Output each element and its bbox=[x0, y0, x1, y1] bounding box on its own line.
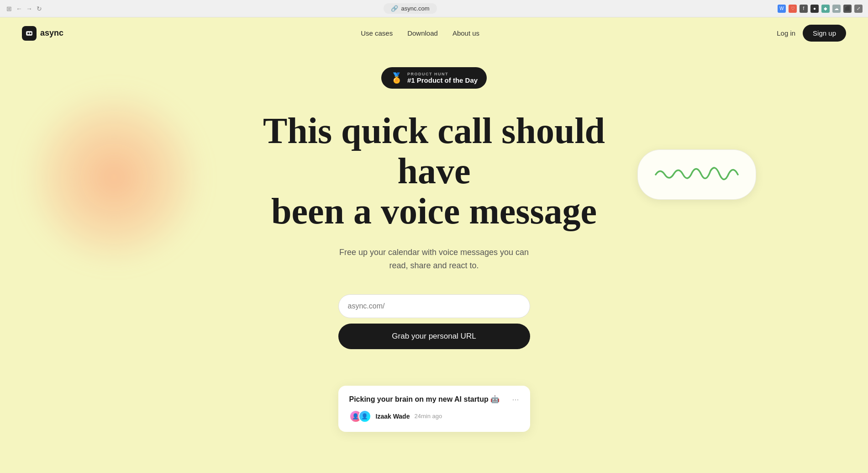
login-button[interactable]: Log in bbox=[777, 29, 795, 37]
hero-heading-line2: been a voice message bbox=[271, 191, 597, 231]
logo-svg bbox=[25, 29, 34, 38]
badge-text: PRODUCT HUNT #1 Product of the Day bbox=[407, 72, 478, 84]
address-bar[interactable]: 🔗 async.com bbox=[47, 3, 774, 14]
browser-forward-btn[interactable]: → bbox=[26, 5, 33, 12]
browser-controls: ⊞ ← → ↻ bbox=[5, 5, 43, 12]
preview-card: Picking your brain on my new AI startup … bbox=[338, 386, 530, 432]
url-input[interactable] bbox=[338, 294, 530, 318]
hero-subtext: Free up your calendar with voice message… bbox=[334, 246, 535, 272]
browser-extensions: W ♡ f ● ◆ ☁ ⬛ ⤢ bbox=[778, 5, 863, 13]
hero-heading: This quick call should have been a voice… bbox=[240, 111, 628, 231]
card-author: Izaak Wade bbox=[376, 413, 410, 420]
url-lock-icon: 🔗 bbox=[391, 5, 398, 12]
ext-6[interactable]: ☁ bbox=[832, 5, 841, 13]
card-title: Picking your brain on my new AI startup … bbox=[349, 395, 500, 404]
logo-icon bbox=[22, 26, 37, 41]
nav-links: Use cases Download About us bbox=[361, 29, 479, 37]
ext-7[interactable]: ⬛ bbox=[843, 5, 852, 13]
nav-about-us[interactable]: About us bbox=[452, 29, 479, 37]
signup-button[interactable]: Sign up bbox=[803, 25, 846, 42]
navbar: async Use cases Download About us Log in… bbox=[0, 17, 868, 49]
page-wrapper: async Use cases Download About us Log in… bbox=[0, 17, 868, 473]
nav-use-cases[interactable]: Use cases bbox=[361, 29, 393, 37]
card-time: 24min ago bbox=[414, 413, 442, 420]
logo-text: async bbox=[40, 28, 63, 38]
logo[interactable]: async bbox=[22, 26, 63, 41]
badge-title: #1 Product of the Day bbox=[407, 76, 478, 84]
ext-4[interactable]: ● bbox=[810, 5, 819, 13]
nav-download[interactable]: Download bbox=[407, 29, 438, 37]
product-hunt-badge[interactable]: 🏅 PRODUCT HUNT #1 Product of the Day bbox=[381, 67, 487, 89]
browser-sidebar-btn[interactable]: ⊞ bbox=[5, 5, 13, 12]
browser-reload-btn[interactable]: ↻ bbox=[36, 5, 43, 12]
card-menu-dots[interactable]: ··· bbox=[512, 395, 519, 404]
avatar-recipient: 👤 bbox=[358, 410, 371, 423]
cta-group: Grab your personal URL bbox=[338, 294, 530, 349]
grab-url-button[interactable]: Grab your personal URL bbox=[338, 324, 530, 349]
card-header: Picking your brain on my new AI startup … bbox=[349, 395, 519, 404]
medal-icon: 🏅 bbox=[390, 72, 403, 84]
browser-back-btn[interactable]: ← bbox=[16, 5, 23, 12]
voice-waveform-decoration bbox=[637, 149, 756, 204]
svg-point-1 bbox=[27, 32, 29, 34]
ext-2[interactable]: ♡ bbox=[789, 5, 797, 13]
waveform-svg bbox=[651, 161, 742, 188]
ext-3[interactable]: f bbox=[800, 5, 808, 13]
svg-point-2 bbox=[30, 32, 32, 34]
waveform-bubble bbox=[637, 149, 756, 200]
ext-1[interactable]: W bbox=[778, 5, 786, 13]
url-text: async.com bbox=[401, 5, 429, 12]
ext-8[interactable]: ⤢ bbox=[854, 5, 863, 13]
nav-actions: Log in Sign up bbox=[777, 25, 846, 42]
badge-label: PRODUCT HUNT bbox=[407, 72, 478, 76]
browser-chrome: ⊞ ← → ↻ 🔗 async.com W ♡ f ● ◆ ☁ ⬛ ⤢ bbox=[0, 0, 868, 17]
hero-heading-line1: This quick call should have bbox=[263, 111, 605, 191]
card-meta: 👤 👤 Izaak Wade 24min ago bbox=[349, 410, 519, 423]
url-pill: 🔗 async.com bbox=[384, 3, 437, 14]
avatar-group: 👤 👤 bbox=[349, 410, 371, 423]
hero-section: 🏅 PRODUCT HUNT #1 Product of the Day Thi… bbox=[0, 49, 868, 432]
ext-5[interactable]: ◆ bbox=[821, 5, 830, 13]
